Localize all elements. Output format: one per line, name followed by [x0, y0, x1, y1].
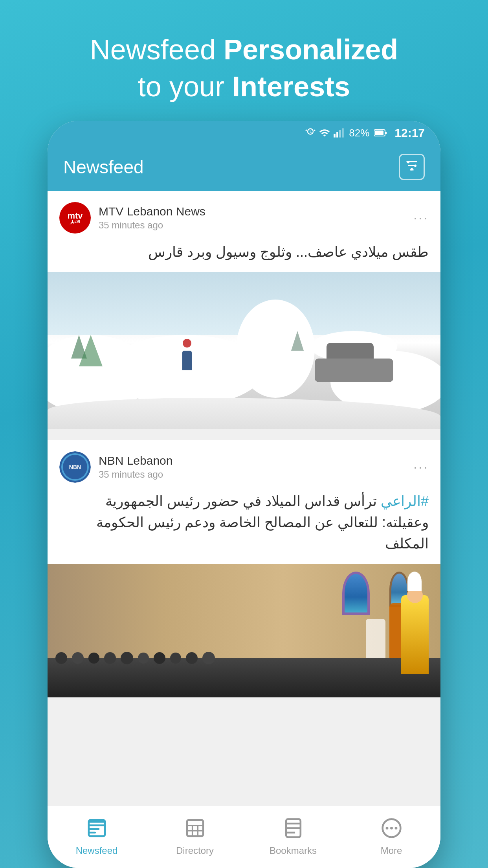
svg-point-9 — [411, 168, 413, 171]
more-nav-icon — [381, 817, 402, 842]
bookmarks-nav-label: Bookmarks — [270, 845, 317, 856]
battery-icon — [374, 129, 387, 137]
mtv-news-image — [48, 272, 440, 429]
svg-point-26 — [390, 827, 393, 829]
directory-nav-icon — [184, 817, 206, 842]
svg-rect-15 — [187, 820, 203, 836]
battery-level: 82% — [349, 127, 369, 139]
directory-nav-label: Directory — [176, 845, 214, 856]
svg-rect-1 — [336, 132, 338, 138]
status-time: 12:17 — [394, 126, 425, 140]
status-bar: 82% 12:17 — [48, 121, 440, 143]
alarm-icon — [305, 127, 316, 138]
svg-rect-11 — [88, 824, 105, 826]
svg-rect-13 — [88, 832, 95, 834]
signal-icon — [333, 127, 344, 138]
svg-rect-6 — [375, 131, 383, 135]
nav-item-bookmarks[interactable]: Bookmarks — [244, 805, 342, 868]
svg-point-7 — [407, 161, 409, 164]
nbn-time: 35 minutes ago — [99, 469, 413, 480]
bottom-navigation: Newsfeed Directory — [48, 805, 440, 868]
newsfeed-nav-icon — [86, 817, 108, 842]
news-card-2[interactable]: NBN NBN Lebanon 35 minutes ago ··· #الرا… — [48, 440, 440, 697]
svg-rect-5 — [385, 132, 387, 134]
nbn-more-button[interactable]: ··· — [413, 459, 429, 475]
mtv-source-info: MTV Lebanon News 35 minutes ago — [99, 205, 413, 231]
nbn-news-image — [48, 564, 440, 697]
news-card-1[interactable]: mtv الأخبار MTV Lebanon News 35 minutes … — [48, 191, 440, 429]
newsfeed-nav-label: Newsfeed — [76, 845, 118, 856]
bookmarks-nav-icon — [283, 817, 304, 842]
card-separator — [48, 435, 440, 440]
filter-icon[interactable] — [399, 154, 425, 180]
nav-item-directory[interactable]: Directory — [146, 805, 244, 868]
nav-item-more[interactable]: More — [342, 805, 440, 868]
hashtag: #الراعي — [381, 493, 429, 509]
nbn-headline: #الراعي ترأس قداس الميلاد في حضور رئيس ا… — [48, 491, 440, 564]
svg-rect-3 — [342, 129, 344, 138]
more-nav-label: More — [381, 845, 402, 856]
nbn-card-header: NBN NBN Lebanon 35 minutes ago ··· — [48, 440, 440, 491]
promo-section: Newsfeed Personalized to your Interests — [59, 0, 429, 121]
nbn-source-name: NBN Lebanon — [99, 454, 413, 467]
mtv-source-name: MTV Lebanon News — [99, 205, 413, 218]
svg-rect-2 — [339, 130, 341, 138]
promo-line2: to your Interests — [90, 68, 398, 105]
svg-point-25 — [385, 827, 388, 829]
app-header: Newsfeed — [48, 143, 440, 191]
status-icons — [305, 127, 344, 138]
wifi-icon — [319, 127, 330, 138]
mtv-headline: طقس ميلادي عاصف... وثلوج وسيول وبرد قارس — [48, 241, 440, 272]
nbn-logo: NBN — [59, 451, 91, 483]
phone-shell: 82% 12:17 Newsfeed mtv — [48, 121, 440, 868]
news-card-1-header: mtv الأخبار MTV Lebanon News 35 minutes … — [48, 191, 440, 241]
mtv-time: 35 minutes ago — [99, 220, 413, 231]
nbn-source-info: NBN Lebanon 35 minutes ago — [99, 454, 413, 480]
svg-rect-12 — [88, 828, 99, 830]
svg-rect-0 — [334, 134, 336, 138]
svg-point-8 — [414, 165, 416, 167]
svg-point-27 — [394, 827, 397, 829]
app-title: Newsfeed — [63, 156, 144, 178]
content-area: mtv الأخبار MTV Lebanon News 35 minutes … — [48, 191, 440, 805]
mtv-logo: mtv الأخبار — [59, 202, 91, 234]
mtv-more-button[interactable]: ··· — [413, 210, 429, 226]
nav-item-newsfeed[interactable]: Newsfeed — [48, 805, 146, 868]
promo-line1: Newsfeed Personalized — [90, 31, 398, 68]
